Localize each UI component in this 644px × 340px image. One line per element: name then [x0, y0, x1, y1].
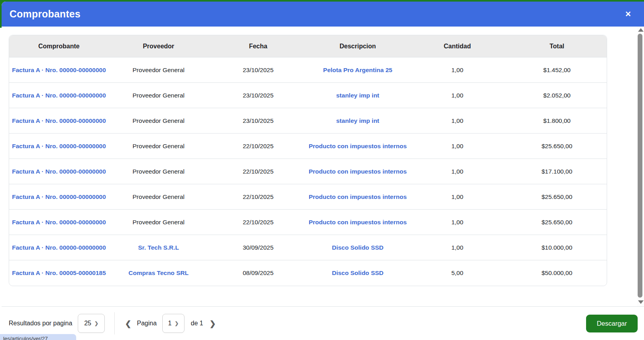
total-cell: $25.650,00: [542, 193, 573, 200]
cantidad-cell: 1,00: [451, 219, 463, 225]
fecha-cell: 22/10/2025: [243, 219, 274, 225]
descripcion-link[interactable]: Pelota Pro Argentina 25: [323, 67, 392, 73]
proveedor-cell: Proveedor General: [133, 143, 185, 149]
descripcion-link[interactable]: stanley imp int: [336, 92, 379, 99]
total-cell: $1.800,00: [543, 117, 571, 124]
scroll-up-icon[interactable]: [638, 28, 644, 32]
cantidad-cell: 1,00: [451, 168, 463, 175]
table-header-row: ComprobanteProveedorFechaDescripcionCant…: [9, 35, 607, 57]
table-row: Factura A · Nro. 00000-00000000 Proveedo…: [9, 210, 607, 235]
fecha-cell: 23/10/2025: [243, 117, 274, 124]
comprobante-link[interactable]: Factura A · Nro. 00000-00000000: [12, 143, 106, 149]
next-page-icon[interactable]: ❯: [210, 319, 216, 328]
proveedor-cell: Proveedor General: [133, 117, 185, 124]
cantidad-cell: 5,00: [451, 269, 463, 276]
cantidad-cell: 1,00: [451, 92, 463, 99]
column-header: Cantidad: [408, 35, 507, 57]
table-row: Factura A · Nro. 00000-00000000 Proveedo…: [9, 108, 607, 134]
cantidad-cell: 1,00: [451, 143, 463, 149]
vertical-scrollbar[interactable]: [637, 27, 644, 306]
chevron-right-icon: ❯: [175, 321, 179, 326]
total-cell: $2.052,00: [543, 92, 571, 99]
cantidad-cell: 1,00: [451, 244, 463, 251]
fecha-cell: 30/09/2025: [243, 244, 274, 251]
scroll-down-icon[interactable]: [638, 300, 644, 304]
fecha-cell: 22/10/2025: [243, 143, 274, 149]
proveedor-link[interactable]: Compras Tecno SRL: [129, 269, 188, 276]
descripcion-link[interactable]: Producto con impuestos internos: [309, 219, 407, 225]
comprobantes-table: ComprobanteProveedorFechaDescripcionCant…: [9, 35, 607, 286]
current-page-value: 1: [168, 320, 171, 327]
comprobante-link[interactable]: Factura A · Nro. 00000-00000000: [12, 193, 106, 200]
proveedor-link[interactable]: Sr. Tech S.R.L: [138, 244, 179, 251]
prev-page-icon[interactable]: ❮: [125, 319, 131, 328]
table-row: Factura A · Nro. 00000-00000000 Proveedo…: [9, 159, 607, 184]
total-cell: $1.452,00: [543, 67, 571, 73]
comprobante-link[interactable]: Factura A · Nro. 00000-00000000: [12, 168, 106, 175]
footer-divider: [114, 312, 115, 334]
table-row: Factura A · Nro. 00000-00000000 Sr. Tech…: [9, 235, 607, 260]
total-cell: $17.100,00: [542, 168, 573, 175]
column-header: Comprobante: [9, 35, 109, 57]
table-row: Factura A · Nro. 00000-00000000 Proveedo…: [9, 83, 607, 108]
fecha-cell: 23/10/2025: [243, 92, 274, 99]
total-cell: $10.000,00: [542, 244, 573, 251]
modal-title: Comprobantes: [10, 8, 81, 20]
total-cell: $25.650,00: [542, 143, 573, 149]
comprobante-link[interactable]: Factura A · Nro. 00000-00000000: [12, 92, 106, 99]
descripcion-link[interactable]: Disco Solido SSD: [332, 269, 383, 276]
descripcion-link[interactable]: Producto con impuestos internos: [309, 193, 407, 200]
column-header: Total: [507, 35, 607, 57]
page-size-select[interactable]: 25 ❯: [78, 314, 105, 333]
proveedor-cell: Proveedor General: [133, 219, 185, 225]
table-row: Factura A · Nro. 00000-00000000 Proveedo…: [9, 134, 607, 159]
fecha-cell: 22/10/2025: [243, 193, 274, 200]
results-per-page-label: Resultados por pagina: [9, 320, 72, 327]
cantidad-cell: 1,00: [451, 117, 463, 124]
modal-footer: Resultados por pagina 25 ❯ ❮ Pagina 1 ❯ …: [2, 306, 644, 340]
download-button[interactable]: Descargar: [586, 315, 638, 332]
fecha-cell: 08/09/2025: [243, 269, 274, 276]
table-row: Factura A · Nro. 00000-00000000 Proveedo…: [9, 57, 607, 83]
descripcion-link[interactable]: Producto con impuestos internos: [309, 143, 407, 149]
modal-body: ComprobanteProveedorFechaDescripcionCant…: [2, 27, 644, 306]
chevron-right-icon: ❯: [94, 321, 98, 326]
column-header: Descripcion: [308, 35, 408, 57]
proveedor-cell: Proveedor General: [133, 92, 185, 99]
comprobante-link[interactable]: Factura A · Nro. 00000-00000000: [12, 219, 106, 225]
fecha-cell: 23/10/2025: [243, 67, 274, 73]
descripcion-link[interactable]: Disco Solido SSD: [332, 244, 383, 251]
comprobante-link[interactable]: Factura A · Nro. 00000-00000000: [12, 67, 106, 73]
comprobante-link[interactable]: Factura A · Nro. 00000-00000000: [12, 117, 106, 124]
table-row: Factura A · Nro. 00005-00000185 Compras …: [9, 260, 607, 286]
cantidad-cell: 1,00: [451, 193, 463, 200]
scrollbar-thumb[interactable]: [638, 34, 642, 298]
comprobante-link[interactable]: Factura A · Nro. 00005-00000185: [12, 269, 106, 276]
page-number-input[interactable]: 1 ❯: [162, 314, 185, 333]
total-cell: $50.000,00: [542, 269, 573, 276]
descripcion-link[interactable]: stanley imp int: [336, 117, 379, 124]
page-word-label: Pagina: [137, 320, 157, 327]
descripcion-link[interactable]: Producto con impuestos internos: [309, 168, 407, 175]
total-pages-label: de 1: [191, 320, 203, 327]
status-link-preview: les/articulos/ver/27: [0, 334, 76, 340]
close-icon[interactable]: ✕: [622, 9, 634, 19]
table-row: Factura A · Nro. 00000-00000000 Proveedo…: [9, 184, 607, 210]
proveedor-cell: Proveedor General: [133, 67, 185, 73]
total-cell: $25.650,00: [542, 219, 573, 225]
cantidad-cell: 1,00: [451, 67, 463, 73]
comprobantes-modal: Comprobantes ✕ ComprobanteProveedorFecha…: [2, 2, 644, 340]
fecha-cell: 22/10/2025: [243, 168, 274, 175]
column-header: Proveedor: [109, 35, 208, 57]
proveedor-cell: Proveedor General: [133, 168, 185, 175]
comprobante-link[interactable]: Factura A · Nro. 00000-00000000: [12, 244, 106, 251]
column-header: Fecha: [208, 35, 308, 57]
proveedor-cell: Proveedor General: [133, 193, 185, 200]
modal-header: Comprobantes ✕: [2, 2, 644, 27]
page-size-value: 25: [84, 320, 91, 327]
